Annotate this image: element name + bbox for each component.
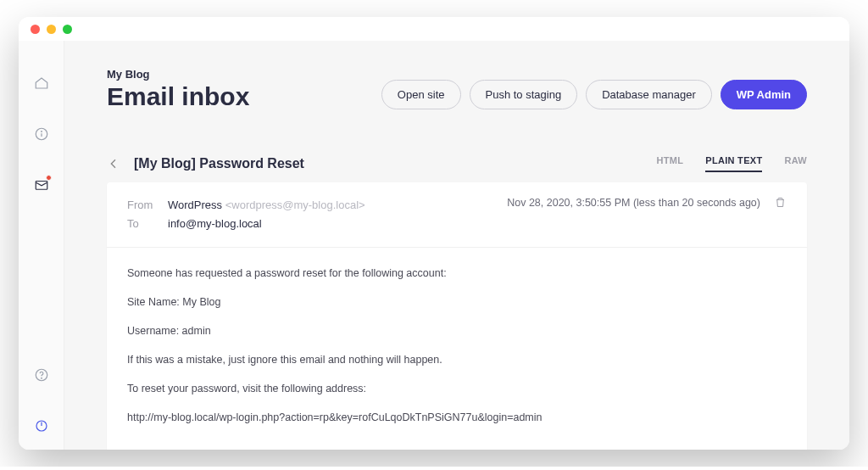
svg-point-2 xyxy=(41,131,42,132)
to-address: info@my-blog.local xyxy=(168,215,262,233)
breadcrumb-site-name: My Blog xyxy=(107,68,249,81)
email-timestamp: Nov 28, 2020, 3:50:55 PM (less than 20 s… xyxy=(507,197,760,209)
sidebar xyxy=(19,41,64,450)
info-icon[interactable] xyxy=(33,126,50,143)
body-line: Username: admin xyxy=(127,322,787,339)
wp-admin-button[interactable]: WP Admin xyxy=(721,80,807,109)
email-body: Someone has requested a password reset f… xyxy=(107,248,807,450)
tab-plain-text[interactable]: PLAIN TEXT xyxy=(705,155,762,172)
window-titlebar xyxy=(19,17,849,41)
app-window: My Blog Email inbox Open site Push to st… xyxy=(19,17,849,450)
view-tabs: HTML PLAIN TEXT RAW xyxy=(657,155,808,172)
mail-icon[interactable] xyxy=(33,176,50,193)
minimize-window-button[interactable] xyxy=(47,25,56,34)
open-site-button[interactable]: Open site xyxy=(381,80,461,109)
body-line: To reset your password, visit the follow… xyxy=(127,380,787,397)
back-arrow-icon[interactable] xyxy=(107,157,120,171)
push-to-staging-button[interactable]: Push to staging xyxy=(470,80,578,109)
tab-raw[interactable]: RAW xyxy=(784,155,807,172)
email-subject: [My Blog] Password Reset xyxy=(134,156,304,171)
page-title: Email inbox xyxy=(107,82,249,111)
body-line: If this was a mistake, just ignore this … xyxy=(127,351,787,368)
from-label: From xyxy=(127,196,159,215)
help-icon[interactable] xyxy=(33,366,50,383)
home-icon[interactable] xyxy=(33,75,50,92)
main-content: My Blog Email inbox Open site Push to st… xyxy=(64,41,849,450)
from-address: <wordpress@my-blog.local> xyxy=(225,199,365,211)
body-line: Site Name: My Blog xyxy=(127,294,787,311)
maximize-window-button[interactable] xyxy=(63,25,72,34)
delete-icon[interactable] xyxy=(774,196,787,209)
from-name: WordPress xyxy=(168,199,222,211)
notification-badge xyxy=(46,175,52,181)
email-card: From WordPress <wordpress@my-blog.local>… xyxy=(107,182,807,450)
body-line: Someone has requested a password reset f… xyxy=(127,265,787,282)
to-label: To xyxy=(127,215,159,233)
tab-html[interactable]: HTML xyxy=(657,155,684,172)
svg-point-5 xyxy=(41,378,42,378)
body-line: http://my-blog.local/wp-login.php?action… xyxy=(127,409,787,426)
power-icon[interactable] xyxy=(33,417,50,434)
database-manager-button[interactable]: Database manager xyxy=(586,80,712,109)
close-window-button[interactable] xyxy=(31,25,40,34)
